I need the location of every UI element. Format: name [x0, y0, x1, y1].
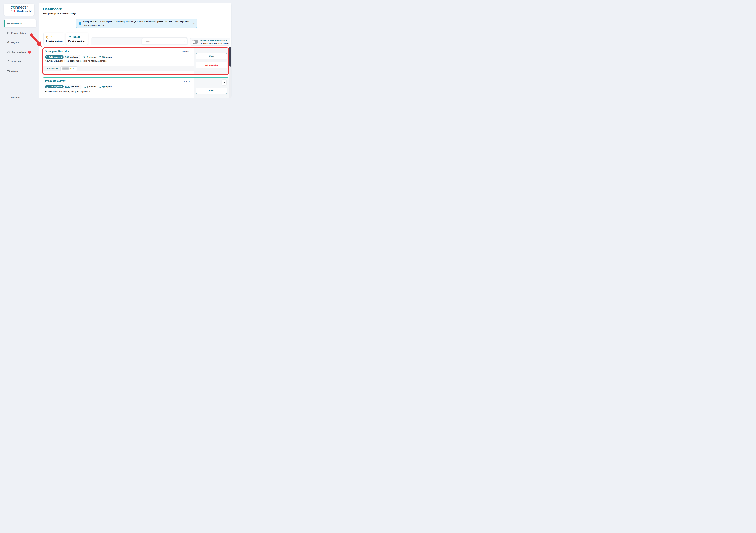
- app-window: connectTM powered by CloudResearch® Dash…: [0, 0, 237, 105]
- cloudresearch-grid-icon: [14, 10, 16, 12]
- info-icon: i: [79, 22, 81, 25]
- page-title: Dashboard: [43, 7, 62, 11]
- payment-word: payment: [54, 56, 62, 58]
- project-date: 5/28/2025: [177, 51, 190, 53]
- duration-value: 18: [86, 56, 88, 58]
- pending-earnings-card: $ $3.00 Pending earnings: [66, 33, 88, 45]
- trademark-symbol: TM: [26, 5, 28, 7]
- clock-icon: [82, 56, 85, 58]
- rate-value: 10.80: [65, 86, 70, 88]
- duration-metric: 18 minutes: [82, 56, 96, 58]
- view-button[interactable]: View: [196, 53, 227, 59]
- card-actions-panel: View: [195, 78, 229, 98]
- list-scrollbar-thumb[interactable]: [229, 47, 231, 67]
- svg-text:$: $: [69, 37, 70, 38]
- browser-notifications-card: Enable browser notifications Be updated …: [190, 38, 230, 46]
- search-input[interactable]: [142, 38, 187, 44]
- sidebar-item-dashboard[interactable]: Dashboard: [7, 22, 22, 25]
- dropdown-caret-icon[interactable]: [183, 40, 185, 42]
- sidebar-item-label: Dashboard: [11, 22, 22, 25]
- spots-metric: 450 spots: [99, 86, 112, 88]
- person-icon: [7, 60, 10, 63]
- sidebar-item-admin[interactable]: Admin: [7, 69, 18, 72]
- sidebar-item-label: About You: [11, 60, 21, 63]
- edit-button[interactable]: [222, 80, 227, 85]
- spots-unit: spots: [106, 56, 112, 58]
- notifications-subtitle: Be updated when projects launch!: [200, 42, 229, 44]
- active-nav-indicator: [4, 20, 5, 27]
- page-subtitle: Participate in projects and earn money!: [43, 13, 76, 14]
- project-title[interactable]: Products Survey: [45, 80, 66, 83]
- dollar-circle-icon: $: [46, 56, 48, 58]
- main-content-panel: Dashboard Participate in projects and ea…: [39, 3, 231, 98]
- money-bag-icon: $: [7, 41, 10, 44]
- pencil-icon: [223, 81, 225, 83]
- search-bar-container: [91, 38, 188, 45]
- not-interested-button[interactable]: Not Interested: [196, 62, 227, 68]
- sidebar-item-label: Payouts: [11, 41, 19, 44]
- sidebar-item-label: Conversations: [12, 51, 26, 53]
- spots-target-icon: [99, 86, 101, 88]
- project-date: 5/28/2025: [177, 80, 190, 83]
- payment-amount: 0.72: [49, 86, 53, 88]
- spots-target-icon: [99, 56, 101, 58]
- hourly-rate-pill: 10.80 per hour: [62, 85, 81, 89]
- payment-pill: $ 2.50 payment: [45, 55, 64, 59]
- rate-value: 8.33: [65, 56, 69, 58]
- spots-value: 450: [102, 86, 105, 88]
- connect-o-swirl-icon: o: [13, 5, 15, 10]
- minimize-label: Minimize: [11, 96, 19, 98]
- spots-metric: 100 spots: [99, 56, 112, 58]
- provider-name-redacted: [62, 67, 69, 70]
- project-card-products-survey: Products Survey 5/28/2025 $ 0.72 payment…: [43, 77, 229, 98]
- sidebar-item-label: Project History: [11, 32, 26, 34]
- powered-by-label: powered by: [7, 10, 14, 12]
- cloudresearch-wordmark: CloudResearch®: [17, 10, 32, 12]
- project-description: Answer a brief（~4 minute）study about pro…: [45, 90, 91, 93]
- connect-logo[interactable]: connectTM powered by CloudResearch®: [4, 4, 35, 15]
- pending-projects-card: 2 Pending projects: [43, 33, 64, 45]
- minimize-sidebar-button[interactable]: Minimize: [7, 96, 19, 98]
- chat-bubbles-icon: [7, 51, 10, 53]
- notifications-toggle[interactable]: [192, 40, 198, 44]
- sidebar-item-label: Admin: [11, 70, 18, 72]
- powered-by-row: powered by CloudResearch®: [4, 10, 35, 12]
- sidebar-item-payouts[interactable]: $ Payouts: [7, 41, 19, 44]
- provided-by-label: Provided by:: [46, 67, 59, 70]
- identity-verification-banner: i Identity verification is now required …: [76, 19, 197, 28]
- pending-earnings-label: Pending earnings: [68, 40, 88, 42]
- list-scrollbar-track[interactable]: [229, 46, 231, 98]
- provider-chip: ★ 4.7: [61, 67, 77, 71]
- project-title[interactable]: Survey on Behavior: [45, 50, 69, 53]
- sidebar-item-about-you[interactable]: About You: [7, 60, 21, 63]
- duration-value: 4: [87, 86, 88, 88]
- pending-projects-value: 2: [50, 35, 52, 39]
- duration-unit: minutes: [89, 86, 96, 88]
- duration-metric: 4 minutes: [84, 86, 96, 88]
- banner-text[interactable]: Identity verification is now required to…: [83, 19, 191, 28]
- rate-unit: per hour: [71, 86, 79, 88]
- star-icon: ★: [70, 67, 72, 69]
- checklist-icon: [7, 22, 10, 25]
- provided-by-band: Provided by: ★ 4.7: [43, 66, 195, 71]
- sidebar-item-conversations[interactable]: Conversations 4: [7, 50, 31, 54]
- project-card-survey-on-behavior: Survey on Behavior 5/28/2025 $ 2.50 paym…: [43, 48, 229, 74]
- clock-icon: [46, 36, 49, 39]
- money-bag-icon: $: [68, 36, 71, 39]
- project-meta-row: $ 2.50 payment 8.33 per hour 18 minutes …: [45, 55, 112, 59]
- toggle-knob: [192, 40, 195, 43]
- close-icon[interactable]: ×: [193, 22, 195, 24]
- view-button[interactable]: View: [196, 88, 227, 94]
- notifications-title: Enable browser notifications: [200, 39, 227, 41]
- sidebar-item-project-history[interactable]: Project History: [7, 31, 26, 35]
- pending-earnings-value: $3.00: [72, 35, 80, 39]
- payment-pill: $ 0.72 payment: [45, 85, 64, 89]
- history-icon: [7, 32, 10, 34]
- spots-value: 100: [102, 56, 105, 58]
- spots-unit: spots: [106, 86, 112, 88]
- pending-projects-label: Pending projects: [46, 40, 64, 42]
- clock-icon: [84, 86, 86, 88]
- rate-unit: per hour: [70, 56, 78, 58]
- hourly-rate-pill: 8.33 per hour: [62, 55, 80, 59]
- connect-wordmark: connectTM: [4, 5, 35, 9]
